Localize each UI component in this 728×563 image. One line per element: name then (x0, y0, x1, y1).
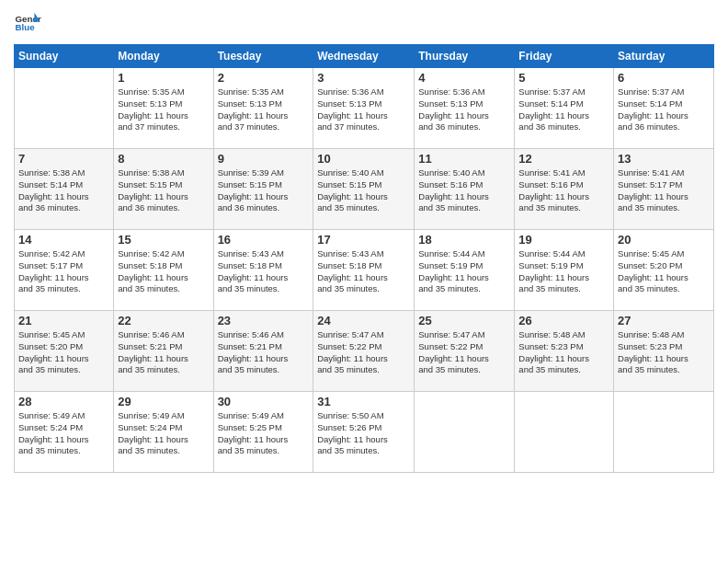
logo-icon: General Blue (14, 9, 41, 37)
day-info: Sunrise: 5:44 AM Sunset: 5:19 PM Dayligh… (418, 248, 510, 295)
weekday-header: Sunday (15, 45, 114, 68)
weekday-header: Monday (114, 45, 213, 68)
day-number: 16 (218, 233, 310, 247)
calendar-cell: 9Sunrise: 5:39 AM Sunset: 5:15 PM Daylig… (213, 149, 313, 230)
day-info: Sunrise: 5:43 AM Sunset: 5:18 PM Dayligh… (317, 248, 410, 295)
day-info: Sunrise: 5:36 AM Sunset: 5:13 PM Dayligh… (317, 86, 410, 133)
calendar-cell: 29Sunrise: 5:49 AM Sunset: 5:24 PM Dayli… (114, 392, 213, 473)
day-number: 7 (18, 152, 109, 166)
day-info: Sunrise: 5:45 AM Sunset: 5:20 PM Dayligh… (18, 329, 109, 376)
day-info: Sunrise: 5:35 AM Sunset: 5:13 PM Dayligh… (118, 86, 209, 133)
day-info: Sunrise: 5:49 AM Sunset: 5:24 PM Dayligh… (118, 410, 209, 457)
calendar-cell: 19Sunrise: 5:44 AM Sunset: 5:19 PM Dayli… (515, 230, 614, 311)
day-info: Sunrise: 5:46 AM Sunset: 5:21 PM Dayligh… (118, 329, 209, 376)
calendar-cell: 4Sunrise: 5:36 AM Sunset: 5:13 PM Daylig… (415, 68, 515, 149)
day-number: 15 (118, 233, 209, 247)
day-info: Sunrise: 5:36 AM Sunset: 5:13 PM Dayligh… (418, 86, 510, 133)
day-info: Sunrise: 5:42 AM Sunset: 5:17 PM Dayligh… (18, 248, 109, 295)
day-number: 8 (118, 152, 209, 166)
day-number: 11 (418, 152, 510, 166)
day-number: 24 (317, 314, 410, 327)
calendar-table: SundayMondayTuesdayWednesdayThursdayFrid… (14, 44, 714, 473)
calendar-cell: 22Sunrise: 5:46 AM Sunset: 5:21 PM Dayli… (114, 311, 213, 392)
calendar-cell: 7Sunrise: 5:38 AM Sunset: 5:14 PM Daylig… (15, 149, 114, 230)
calendar-cell (15, 68, 114, 149)
day-number: 12 (518, 152, 609, 166)
calendar-cell: 15Sunrise: 5:42 AM Sunset: 5:18 PM Dayli… (114, 230, 213, 311)
day-number: 18 (418, 233, 510, 247)
day-info: Sunrise: 5:38 AM Sunset: 5:15 PM Dayligh… (118, 167, 209, 214)
calendar-cell: 1Sunrise: 5:35 AM Sunset: 5:13 PM Daylig… (114, 68, 213, 149)
calendar-cell: 3Sunrise: 5:36 AM Sunset: 5:13 PM Daylig… (313, 68, 415, 149)
day-info: Sunrise: 5:49 AM Sunset: 5:24 PM Dayligh… (18, 410, 109, 457)
day-info: Sunrise: 5:40 AM Sunset: 5:15 PM Dayligh… (317, 167, 410, 214)
day-info: Sunrise: 5:38 AM Sunset: 5:14 PM Dayligh… (18, 167, 109, 214)
day-number: 14 (18, 233, 109, 247)
day-info: Sunrise: 5:46 AM Sunset: 5:21 PM Dayligh… (218, 329, 310, 376)
calendar-cell: 31Sunrise: 5:50 AM Sunset: 5:26 PM Dayli… (313, 392, 415, 473)
day-info: Sunrise: 5:44 AM Sunset: 5:19 PM Dayligh… (518, 248, 609, 295)
day-number: 3 (317, 71, 410, 85)
calendar-cell: 17Sunrise: 5:43 AM Sunset: 5:18 PM Dayli… (313, 230, 415, 311)
day-number: 26 (518, 314, 609, 327)
calendar-cell (515, 392, 614, 473)
calendar-cell: 28Sunrise: 5:49 AM Sunset: 5:24 PM Dayli… (15, 392, 114, 473)
day-number: 20 (618, 233, 710, 247)
day-number: 31 (317, 395, 410, 408)
calendar-cell: 14Sunrise: 5:42 AM Sunset: 5:17 PM Dayli… (15, 230, 114, 311)
header-area: General Blue (14, 9, 714, 37)
day-number: 23 (218, 314, 310, 327)
day-info: Sunrise: 5:49 AM Sunset: 5:25 PM Dayligh… (218, 410, 310, 457)
day-info: Sunrise: 5:48 AM Sunset: 5:23 PM Dayligh… (618, 329, 710, 376)
logo: General Blue (14, 9, 41, 37)
calendar-cell: 27Sunrise: 5:48 AM Sunset: 5:23 PM Dayli… (614, 311, 714, 392)
day-number: 5 (518, 71, 609, 85)
day-info: Sunrise: 5:40 AM Sunset: 5:16 PM Dayligh… (418, 167, 510, 214)
day-number: 6 (618, 71, 710, 85)
calendar-cell: 20Sunrise: 5:45 AM Sunset: 5:20 PM Dayli… (614, 230, 714, 311)
day-number: 10 (317, 152, 410, 166)
weekday-header: Thursday (415, 45, 515, 68)
calendar-cell: 6Sunrise: 5:37 AM Sunset: 5:14 PM Daylig… (614, 68, 714, 149)
calendar-cell: 26Sunrise: 5:48 AM Sunset: 5:23 PM Dayli… (515, 311, 614, 392)
day-info: Sunrise: 5:41 AM Sunset: 5:17 PM Dayligh… (618, 167, 710, 214)
calendar-cell (415, 392, 515, 473)
day-info: Sunrise: 5:42 AM Sunset: 5:18 PM Dayligh… (118, 248, 209, 295)
main-container: General Blue SundayMondayTuesdayWednesda… (0, 0, 728, 563)
day-number: 30 (218, 395, 310, 408)
day-info: Sunrise: 5:41 AM Sunset: 5:16 PM Dayligh… (518, 167, 609, 214)
calendar-cell (614, 392, 714, 473)
svg-text:Blue: Blue (16, 22, 36, 32)
calendar-cell: 30Sunrise: 5:49 AM Sunset: 5:25 PM Dayli… (213, 392, 313, 473)
day-info: Sunrise: 5:37 AM Sunset: 5:14 PM Dayligh… (618, 86, 710, 133)
calendar-cell: 24Sunrise: 5:47 AM Sunset: 5:22 PM Dayli… (313, 311, 415, 392)
weekday-header: Saturday (614, 45, 714, 68)
calendar-cell: 16Sunrise: 5:43 AM Sunset: 5:18 PM Dayli… (213, 230, 313, 311)
day-info: Sunrise: 5:43 AM Sunset: 5:18 PM Dayligh… (218, 248, 310, 295)
day-info: Sunrise: 5:50 AM Sunset: 5:26 PM Dayligh… (317, 410, 410, 457)
day-number: 21 (18, 314, 109, 327)
day-info: Sunrise: 5:47 AM Sunset: 5:22 PM Dayligh… (418, 329, 510, 376)
calendar-cell: 10Sunrise: 5:40 AM Sunset: 5:15 PM Dayli… (313, 149, 415, 230)
day-number: 22 (118, 314, 209, 327)
calendar-cell: 25Sunrise: 5:47 AM Sunset: 5:22 PM Dayli… (415, 311, 515, 392)
day-info: Sunrise: 5:39 AM Sunset: 5:15 PM Dayligh… (218, 167, 310, 214)
day-info: Sunrise: 5:47 AM Sunset: 5:22 PM Dayligh… (317, 329, 410, 376)
calendar-cell: 21Sunrise: 5:45 AM Sunset: 5:20 PM Dayli… (15, 311, 114, 392)
calendar-cell: 5Sunrise: 5:37 AM Sunset: 5:14 PM Daylig… (515, 68, 614, 149)
day-number: 28 (18, 395, 109, 408)
day-info: Sunrise: 5:48 AM Sunset: 5:23 PM Dayligh… (518, 329, 609, 376)
day-number: 19 (518, 233, 609, 247)
day-number: 4 (418, 71, 510, 85)
calendar-cell: 11Sunrise: 5:40 AM Sunset: 5:16 PM Dayli… (415, 149, 515, 230)
calendar-cell: 13Sunrise: 5:41 AM Sunset: 5:17 PM Dayli… (614, 149, 714, 230)
calendar-cell: 8Sunrise: 5:38 AM Sunset: 5:15 PM Daylig… (114, 149, 213, 230)
day-number: 1 (118, 71, 209, 85)
calendar-cell: 23Sunrise: 5:46 AM Sunset: 5:21 PM Dayli… (213, 311, 313, 392)
day-number: 25 (418, 314, 510, 327)
calendar-cell: 12Sunrise: 5:41 AM Sunset: 5:16 PM Dayli… (515, 149, 614, 230)
day-number: 17 (317, 233, 410, 247)
day-number: 13 (618, 152, 710, 166)
day-number: 27 (618, 314, 710, 327)
day-info: Sunrise: 5:35 AM Sunset: 5:13 PM Dayligh… (218, 86, 310, 133)
